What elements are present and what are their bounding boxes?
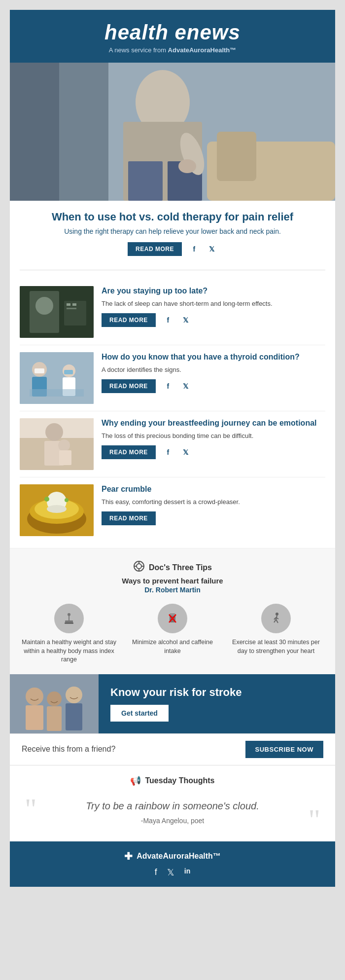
svg-point-66 — [47, 691, 62, 706]
tip-item-2: Minimize alcohol and caffeine intake — [123, 604, 222, 664]
article-1-description: The lack of sleep can have short-term an… — [102, 299, 325, 308]
article-4-thumbnail — [20, 484, 94, 536]
header-subtitle-text: A news service from — [109, 46, 168, 54]
main-article-facebook-icon[interactable]: f — [189, 244, 200, 254]
svg-rect-48 — [65, 620, 73, 622]
svg-point-38 — [47, 505, 67, 513]
article-1-read-more-button[interactable]: READ MORE — [102, 313, 156, 327]
footer-twitter-icon[interactable]: 𝕏 — [167, 867, 174, 878]
svg-point-29 — [45, 423, 63, 441]
svg-rect-17 — [67, 308, 76, 309]
main-article: When to use hot vs. cold therapy for pai… — [10, 201, 335, 266]
main-article-read-more-button[interactable]: READ MORE — [128, 242, 182, 256]
tips-grid: Maintain a healthy weight and stay withi… — [20, 604, 325, 664]
svg-point-40 — [65, 498, 69, 502]
footer-social-icons: f 𝕏 in — [20, 867, 325, 878]
hero-image — [10, 63, 335, 201]
docs-tips-title: Doc's Three Tips — [149, 563, 212, 572]
docs-tips-subtitle: Ways to prevent heart failure — [20, 577, 325, 585]
footer-facebook-icon[interactable]: f — [155, 867, 157, 878]
article-1-title: Are you staying up too late? — [102, 286, 325, 296]
footer-logo: ✚ AdvateAuroraHealth™ — [20, 850, 325, 862]
svg-point-64 — [26, 688, 43, 705]
svg-point-39 — [44, 497, 49, 502]
article-4-description: This easy, comforting dessert is a crowd… — [102, 498, 325, 507]
svg-point-13 — [35, 297, 53, 315]
article-3-facebook-icon[interactable]: f — [163, 447, 173, 458]
svg-point-42 — [137, 564, 141, 569]
main-article-actions: READ MORE f 𝕏 — [25, 242, 320, 256]
article-item-2: How do you know that you have a thyroid … — [20, 345, 325, 411]
docs-tips-icon — [133, 560, 145, 575]
svg-rect-32 — [59, 450, 71, 465]
article-1-twitter-icon[interactable]: 𝕏 — [180, 315, 191, 326]
tuesday-header: 📢 Tuesday Thoughts — [25, 775, 320, 786]
main-article-twitter-icon[interactable]: 𝕏 — [207, 244, 217, 254]
tip-1-icon — [54, 604, 84, 633]
stroke-banner: Know your risk for stroke Get started — [10, 674, 335, 733]
svg-point-68 — [66, 687, 82, 703]
article-2-thumbnail — [20, 352, 94, 404]
docs-tips-svg-icon — [133, 560, 145, 572]
article-3-actions: READ MORE f 𝕏 — [102, 445, 325, 459]
tuesday-thoughts-section: 📢 Tuesday Thoughts " Try to be a rainbow… — [10, 765, 335, 841]
article-2-twitter-icon[interactable]: 𝕏 — [180, 381, 191, 392]
section-divider-1 — [20, 270, 325, 270]
walking-icon — [267, 610, 285, 627]
footer: ✚ AdvateAuroraHealth™ f 𝕏 in — [10, 841, 335, 887]
svg-rect-26 — [30, 389, 84, 397]
subscribe-text: Receive this from a friend? — [22, 745, 115, 754]
tip-2-text: Minimize alcohol and caffeine intake — [123, 638, 222, 655]
footer-linkedin-icon[interactable]: in — [184, 867, 190, 878]
article-2-facebook-icon[interactable]: f — [163, 381, 173, 392]
article-2-actions: READ MORE f 𝕏 — [102, 379, 325, 393]
quote-container: " Try to be a rainbow in someone's cloud… — [25, 794, 320, 830]
tip-3-text: Exercise at least 30 minutes per day to … — [227, 638, 325, 655]
article-3-read-more-button[interactable]: READ MORE — [102, 445, 156, 459]
svg-rect-65 — [26, 705, 43, 730]
svg-rect-2 — [217, 132, 256, 181]
header-title: health enews — [20, 21, 325, 44]
svg-rect-5 — [128, 161, 163, 201]
article-1-facebook-icon[interactable]: f — [163, 315, 173, 326]
article-1-actions: READ MORE f 𝕏 — [102, 313, 325, 327]
svg-rect-69 — [66, 703, 82, 730]
header-brand: AdvateAuroraHealth™ — [168, 46, 237, 54]
article-item-3: Why ending your breastfeeding journey ca… — [20, 411, 325, 477]
article-4-actions: READ MORE — [102, 511, 325, 525]
subscribe-bar: Receive this from a friend? SUBSCRIBE NO… — [10, 733, 335, 765]
quote-mark-right: " — [309, 805, 321, 835]
stroke-banner-image — [10, 674, 99, 733]
stroke-banner-get-started-button[interactable]: Get started — [110, 705, 169, 722]
megaphone-icon: 📢 — [130, 775, 141, 786]
header-subtitle: A news service from AdvateAuroraHealth™ — [20, 46, 325, 54]
article-3-thumbnail — [20, 418, 94, 470]
article-3-content: Why ending your breastfeeding journey ca… — [102, 418, 325, 464]
no-drink-icon — [164, 610, 181, 627]
docs-tips-header: Doc's Three Tips — [20, 560, 325, 575]
docs-tips-section: Doc's Three Tips Ways to prevent heart f… — [10, 548, 335, 674]
svg-rect-22 — [34, 368, 44, 373]
svg-rect-10 — [10, 63, 59, 201]
stroke-banner-title: Know your risk for stroke — [110, 686, 323, 699]
subscribe-now-button[interactable]: SUBSCRIBE NOW — [245, 741, 323, 758]
article-3-twitter-icon[interactable]: 𝕏 — [180, 447, 191, 458]
article-4-content: Pear crumble This easy, comforting desse… — [102, 484, 325, 530]
svg-rect-15 — [67, 303, 70, 306]
article-1-content: Are you staying up too late? The lack of… — [102, 286, 325, 332]
article-item-1: Are you staying up too late? The lack of… — [20, 279, 325, 345]
svg-rect-67 — [47, 706, 62, 731]
hero-svg — [10, 63, 335, 201]
article-2-read-more-button[interactable]: READ MORE — [102, 379, 156, 393]
weight-scale-icon — [60, 610, 78, 627]
footer-cross-icon: ✚ — [124, 850, 133, 862]
tip-3-icon — [261, 604, 291, 633]
stroke-banner-content: Know your risk for stroke Get started — [99, 676, 335, 731]
article-item-4: Pear crumble This easy, comforting desse… — [20, 477, 325, 543]
article-4-read-more-button[interactable]: READ MORE — [102, 511, 156, 525]
svg-rect-16 — [72, 303, 76, 306]
article-1-thumbnail — [20, 286, 94, 338]
quote-mark-left: " — [25, 794, 37, 824]
svg-point-57 — [276, 613, 278, 616]
svg-rect-25 — [64, 370, 73, 374]
